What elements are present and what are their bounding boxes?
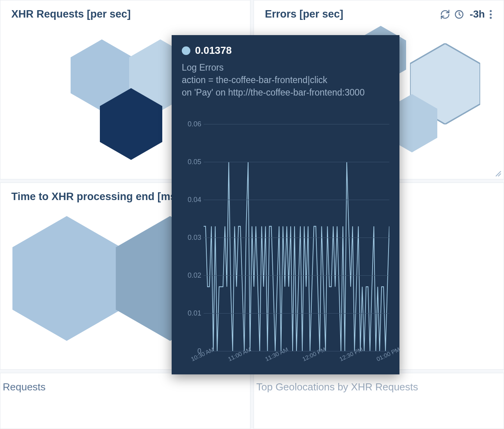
clock-icon[interactable] bbox=[454, 9, 464, 20]
grid-line bbox=[204, 351, 389, 351]
more-vertical-icon[interactable] bbox=[489, 9, 493, 20]
panel-top-geolocations: Top Geolocations by XHR Requests bbox=[254, 373, 504, 429]
panel-toolbar: -3h bbox=[440, 8, 493, 20]
y-tick-label: 0 bbox=[182, 347, 201, 355]
svg-point-6 bbox=[490, 17, 492, 19]
legend-dot-icon bbox=[182, 46, 190, 55]
hex-cell[interactable] bbox=[12, 216, 121, 341]
panel-title-requests: Requests bbox=[1, 373, 250, 393]
y-tick-label: 0.04 bbox=[182, 195, 201, 204]
tooltip-detail-line: action = the-coffee-bar-frontend|click bbox=[182, 74, 389, 86]
grid-line bbox=[204, 313, 389, 314]
hex-cell[interactable] bbox=[100, 88, 162, 160]
time-range-label[interactable]: -3h bbox=[470, 8, 485, 20]
svg-point-4 bbox=[490, 10, 492, 12]
svg-marker-11 bbox=[12, 216, 121, 341]
svg-point-5 bbox=[490, 13, 492, 15]
tooltip-chart[interactable]: 10:30 AM11:00 AM11:30 AM12:00 PM12:30 PM… bbox=[182, 105, 389, 363]
panel-title-xhr: XHR Requests [per sec] bbox=[11, 8, 131, 20]
y-tick-label: 0.06 bbox=[182, 120, 201, 128]
tooltip-detail-line: on 'Pay' on http://the-coffee-bar-fronte… bbox=[182, 86, 389, 99]
grid-line bbox=[204, 162, 389, 162]
y-tick-label: 0.02 bbox=[182, 271, 201, 279]
refresh-icon[interactable] bbox=[440, 9, 450, 20]
resize-handle-icon[interactable] bbox=[494, 170, 501, 177]
panel-requests: Requests bbox=[0, 373, 250, 429]
tooltip-meta: Log Errors action = the-coffee-bar-front… bbox=[182, 61, 389, 99]
y-tick-label: 0.05 bbox=[182, 158, 201, 166]
grid-line bbox=[204, 124, 389, 124]
grid-line bbox=[204, 238, 389, 238]
chart-tooltip: 0.01378 Log Errors action = the-coffee-b… bbox=[172, 35, 399, 374]
panel-title-top-geo: Top Geolocations by XHR Requests bbox=[255, 373, 504, 393]
grid-line bbox=[204, 200, 389, 200]
y-tick-label: 0.01 bbox=[182, 309, 201, 317]
svg-marker-2 bbox=[100, 88, 162, 160]
tooltip-value: 0.01378 bbox=[195, 44, 232, 57]
panel-title-errors: Errors [per sec] bbox=[265, 8, 343, 20]
tooltip-series-name: Log Errors bbox=[182, 61, 389, 74]
y-tick-label: 0.03 bbox=[182, 233, 201, 241]
grid-line bbox=[204, 275, 389, 276]
